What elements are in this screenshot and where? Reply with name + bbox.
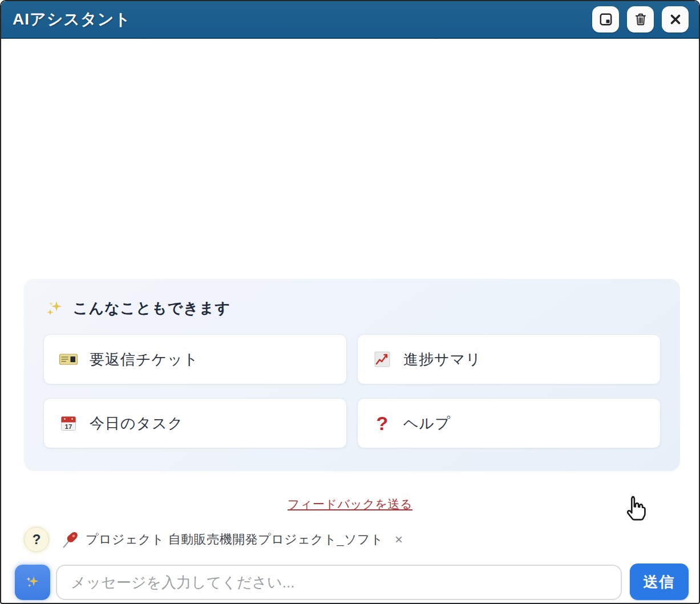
send-feedback-link[interactable]: フィードバックを送る	[288, 497, 412, 510]
popout-button[interactable]	[592, 6, 619, 33]
ticket-icon	[59, 351, 78, 367]
message-composer: 送信	[1, 564, 699, 601]
panel-title: AIアシスタント	[13, 9, 131, 30]
suggestion-help-button[interactable]: ? ヘルプ	[357, 398, 661, 448]
trash-icon	[633, 12, 648, 27]
chart-increasing-icon	[373, 351, 392, 368]
suggestion-reply-tickets-button[interactable]: 要返信チケット	[43, 334, 347, 384]
ai-sparkle-button[interactable]	[15, 565, 50, 600]
suggestions-title: こんなこともできます	[73, 298, 230, 318]
red-question-mark-icon: ?	[373, 414, 392, 433]
suggestions-card: こんなこともできます 要返信チケット	[24, 279, 680, 471]
calendar-day-number: 17	[65, 423, 72, 430]
suggestion-label: ヘルプ	[403, 414, 451, 433]
close-icon	[668, 12, 683, 27]
feedback-row: フィードバックを送る	[1, 496, 699, 512]
suggestion-todays-tasks-button[interactable]: 17 今日のタスク	[43, 398, 347, 448]
pinned-context-label: プロジェクト 自動販売機開発プロジェクト_ソフト	[86, 531, 383, 548]
context-bar: ? プロジェクト 自動販売機開発プロジェクト_ソフト ×	[24, 526, 682, 553]
suggestion-label: 進捗サマリ	[403, 350, 481, 370]
suggestion-label: 今日のタスク	[90, 414, 183, 433]
popout-icon	[598, 12, 613, 27]
calendar-icon: 17	[59, 415, 78, 432]
help-button[interactable]: ?	[24, 527, 49, 552]
close-button[interactable]	[662, 6, 689, 33]
suggestion-label: 要返信チケット	[90, 350, 199, 370]
clear-chat-button[interactable]	[627, 6, 654, 33]
ai-assistant-panel: AIアシスタント	[0, 0, 700, 604]
sparkles-icon	[44, 299, 64, 318]
pushpin-icon	[60, 530, 80, 549]
title-bar: AIアシスタント	[1, 1, 699, 39]
suggestion-progress-summary-button[interactable]: 進捗サマリ	[357, 334, 661, 384]
message-input[interactable]	[56, 565, 622, 600]
remove-context-button[interactable]: ×	[393, 532, 405, 548]
sparkles-icon	[23, 572, 42, 593]
suggestions-grid: 要返信チケット 進捗サマリ	[43, 334, 661, 448]
send-button[interactable]: 送信	[630, 564, 689, 600]
title-bar-actions	[592, 6, 689, 33]
suggestions-header: こんなこともできます	[44, 298, 661, 318]
